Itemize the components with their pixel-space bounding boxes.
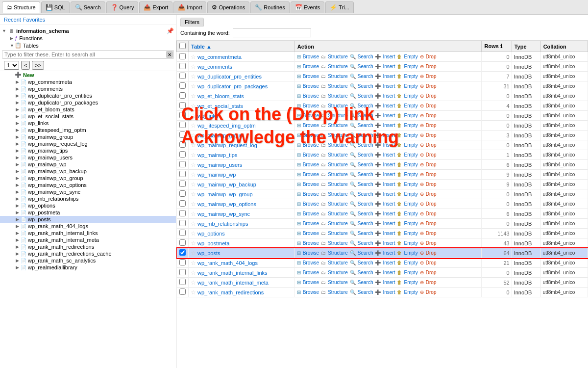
- insert-link[interactable]: Insert: [382, 93, 396, 99]
- sidebar-table-item[interactable]: ▶ 📄 wp_et_social_stats: [0, 113, 176, 120]
- sidebar-new-item[interactable]: ➕ New: [0, 71, 176, 79]
- drop-link[interactable]: Drop: [425, 240, 438, 246]
- insert-link[interactable]: Insert: [382, 181, 396, 187]
- sidebar-table-item[interactable]: ▶ 📄 wp_commentmeta: [0, 79, 176, 85]
- table-name-link[interactable]: wp_duplicator_pro_packages: [197, 83, 268, 89]
- browse-link[interactable]: Browse: [302, 220, 320, 227]
- tab-operations[interactable]: ⚙ Operations: [207, 1, 249, 13]
- insert-link[interactable]: Insert: [382, 161, 396, 168]
- search-link[interactable]: Search: [357, 240, 374, 246]
- browse-link[interactable]: Browse: [302, 122, 320, 129]
- empty-link[interactable]: Empty: [403, 63, 418, 70]
- insert-link[interactable]: Insert: [382, 250, 396, 256]
- table-name-link[interactable]: wp_rank_math_internal_links: [197, 270, 267, 276]
- drop-link[interactable]: Drop: [425, 279, 438, 286]
- row-checkbox[interactable]: [179, 181, 186, 187]
- insert-link[interactable]: Insert: [382, 152, 396, 158]
- sidebar-table-item[interactable]: ▶ 📄 wp_realmediallibrary: [0, 264, 176, 271]
- browse-link[interactable]: Browse: [302, 142, 320, 148]
- row-checkbox[interactable]: [179, 102, 186, 108]
- row-checkbox[interactable]: [179, 210, 186, 216]
- row-checkbox[interactable]: [179, 200, 186, 207]
- sidebar-table-item[interactable]: ▶ 📄 wp_mainwp_wp_group: [0, 175, 176, 182]
- drop-link[interactable]: Drop: [425, 181, 438, 187]
- search-link[interactable]: Search: [357, 112, 374, 119]
- table-name-link[interactable]: wp_mainwp_request_log: [197, 142, 257, 148]
- structure-link[interactable]: Structure: [327, 220, 349, 227]
- row-checkbox[interactable]: [179, 239, 186, 246]
- table-name-link[interactable]: wp_rank_math_redirections: [197, 289, 264, 295]
- star-icon[interactable]: ☆: [191, 142, 196, 149]
- search-link[interactable]: Search: [357, 201, 374, 207]
- star-icon[interactable]: ☆: [191, 132, 196, 139]
- tab-query[interactable]: ❓ Query: [106, 1, 139, 13]
- structure-link[interactable]: Structure: [327, 201, 349, 207]
- row-checkbox[interactable]: [179, 73, 186, 79]
- empty-link[interactable]: Empty: [403, 210, 418, 217]
- structure-link[interactable]: Structure: [327, 132, 349, 138]
- row-checkbox[interactable]: [179, 122, 186, 128]
- table-name-link[interactable]: wp_mainwp_users: [197, 162, 242, 168]
- sidebar-table-item[interactable]: ▶ 📄 wp_rank_math_sc_analytics: [0, 257, 176, 264]
- row-checkbox[interactable]: [179, 63, 186, 69]
- drop-link[interactable]: Drop: [425, 63, 438, 70]
- drop-link[interactable]: Drop: [425, 260, 438, 266]
- insert-link[interactable]: Insert: [382, 132, 396, 138]
- structure-link[interactable]: Structure: [327, 161, 349, 168]
- search-link[interactable]: Search: [357, 161, 374, 168]
- star-icon[interactable]: ☆: [191, 289, 196, 296]
- row-checkbox[interactable]: [179, 161, 186, 167]
- row-checkbox[interactable]: [179, 269, 186, 275]
- table-name-link[interactable]: wp_et_social_stats: [197, 103, 243, 109]
- drop-link[interactable]: Drop: [425, 289, 438, 295]
- sidebar-table-item[interactable]: ▶ 📄 wp_mainwp_wp: [0, 161, 176, 168]
- star-icon[interactable]: ☆: [191, 63, 196, 70]
- star-icon[interactable]: ☆: [191, 201, 196, 208]
- sidebar-table-item[interactable]: ▶ 📄 wp_mainwp_wp_options: [0, 182, 176, 188]
- insert-link[interactable]: Insert: [382, 171, 396, 178]
- search-link[interactable]: Search: [357, 260, 374, 266]
- browse-link[interactable]: Browse: [302, 152, 320, 158]
- table-name-link[interactable]: wp_litespeed_img_optm: [197, 123, 256, 129]
- sidebar-table-item[interactable]: ▶ 📄 wp_mainwp_wp_sync: [0, 188, 176, 195]
- browse-link[interactable]: Browse: [302, 269, 320, 276]
- search-link[interactable]: Search: [357, 83, 374, 89]
- browse-link[interactable]: Browse: [302, 112, 320, 119]
- row-checkbox[interactable]: [179, 141, 186, 148]
- empty-link[interactable]: Empty: [403, 83, 418, 89]
- empty-link[interactable]: Empty: [403, 142, 418, 148]
- row-checkbox[interactable]: [179, 289, 186, 295]
- tab-triggers[interactable]: ⚡ Tri...: [325, 1, 354, 13]
- row-checkbox[interactable]: [179, 249, 186, 256]
- table-filter-input[interactable]: [2, 50, 174, 59]
- structure-link[interactable]: Structure: [327, 289, 349, 295]
- star-icon[interactable]: ☆: [191, 191, 196, 198]
- star-icon[interactable]: ☆: [191, 152, 196, 158]
- insert-link[interactable]: Insert: [382, 122, 396, 129]
- insert-link[interactable]: Insert: [382, 260, 396, 266]
- empty-link[interactable]: Empty: [403, 289, 418, 295]
- row-checkbox[interactable]: [179, 53, 186, 59]
- structure-link[interactable]: Structure: [327, 279, 349, 286]
- row-checkbox[interactable]: [179, 230, 186, 236]
- empty-link[interactable]: Empty: [403, 122, 418, 129]
- search-link[interactable]: Search: [357, 53, 374, 60]
- row-checkbox[interactable]: [179, 151, 186, 158]
- row-checkbox[interactable]: [179, 92, 186, 99]
- row-checkbox[interactable]: [179, 259, 186, 265]
- row-checkbox[interactable]: [179, 220, 186, 226]
- drop-link[interactable]: Drop: [425, 230, 438, 237]
- search-link[interactable]: Search: [357, 279, 374, 286]
- star-icon[interactable]: ☆: [191, 279, 196, 286]
- structure-link[interactable]: Structure: [327, 230, 349, 237]
- search-link[interactable]: Search: [357, 63, 374, 70]
- empty-link[interactable]: Empty: [403, 250, 418, 256]
- browse-link[interactable]: Browse: [302, 260, 320, 266]
- drop-link[interactable]: Drop: [425, 210, 438, 217]
- select-all-checkbox[interactable]: [179, 43, 186, 49]
- table-name-link[interactable]: wp_mainwp_wp_sync: [197, 211, 250, 217]
- search-link[interactable]: Search: [357, 220, 374, 227]
- insert-link[interactable]: Insert: [382, 191, 396, 197]
- structure-link[interactable]: Structure: [327, 191, 349, 197]
- tab-routines[interactable]: 🔧 Routines: [250, 1, 289, 13]
